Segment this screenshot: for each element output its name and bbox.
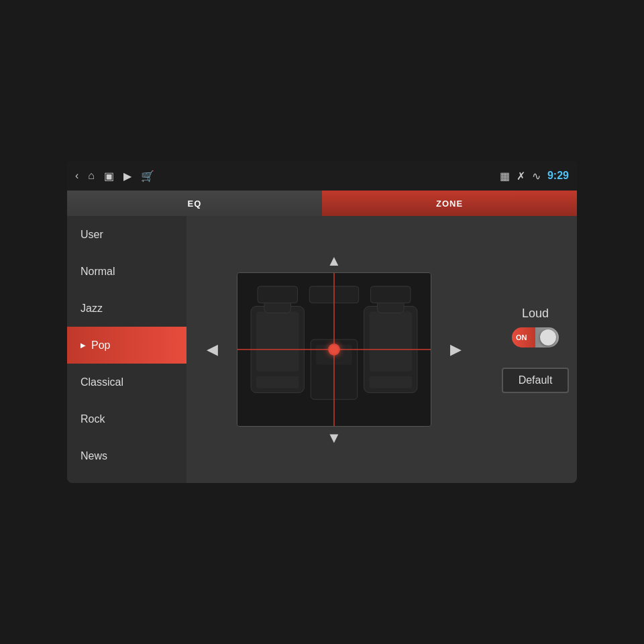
sidebar-item-jazz[interactable]: Jazz: [67, 290, 186, 327]
tab-bar: EQ ZONE: [67, 191, 577, 216]
loud-label: Loud: [522, 307, 549, 321]
home-icon[interactable]: ⌂: [88, 170, 95, 182]
status-bar: ‹ ⌂ ▣ ▶ 🛒 ▦ ✗ ∿ 9:29: [67, 161, 577, 191]
camera-icon[interactable]: ▶: [123, 170, 131, 182]
car-row: ◀: [193, 272, 475, 427]
toggle-thumb: [540, 329, 556, 345]
right-panel: Loud ON Default: [482, 216, 577, 483]
bluetooth-icon[interactable]: ✗: [517, 170, 525, 182]
status-bar-right: ▦ ✗ ∿ 9:29: [500, 170, 569, 182]
back-icon[interactable]: ‹: [75, 170, 78, 182]
arrow-up-button[interactable]: ▲: [313, 250, 355, 272]
default-button[interactable]: Default: [502, 368, 569, 393]
sidebar-item-rock[interactable]: Rock: [67, 400, 186, 437]
time-display: 9:29: [547, 170, 569, 182]
sidebar-item-normal[interactable]: Normal: [67, 253, 186, 290]
arrow-right-button[interactable]: ▶: [437, 338, 475, 361]
crosshair-dot: [328, 343, 340, 356]
status-bar-left: ‹ ⌂ ▣ ▶ 🛒: [75, 170, 154, 182]
device-frame: ‹ ⌂ ▣ ▶ 🛒 ▦ ✗ ∿ 9:29 EQ ZONE User No: [67, 161, 577, 483]
wifi-icon[interactable]: ∿: [532, 170, 541, 182]
sidebar-item-user[interactable]: User: [67, 216, 186, 253]
car-diagram[interactable]: [237, 272, 431, 427]
tab-zone[interactable]: ZONE: [322, 191, 577, 216]
arrow-left-button[interactable]: ◀: [193, 338, 231, 361]
car-interior: [237, 273, 431, 426]
toggle-track[interactable]: ON: [512, 327, 559, 347]
sidebar-item-pop[interactable]: ▶ Pop: [67, 327, 186, 364]
crosshair: [237, 273, 431, 426]
zone-content: wincairan.ir ▲ ◀: [186, 216, 482, 483]
toggle-on-label: ON: [516, 333, 527, 341]
tab-eq[interactable]: EQ: [67, 191, 322, 216]
arrow-down-button[interactable]: ▼: [313, 427, 355, 449]
main-content: User Normal Jazz ▶ Pop Classical Rock Ne…: [67, 216, 577, 483]
sidebar: User Normal Jazz ▶ Pop Classical Rock Ne…: [67, 216, 186, 483]
cast-icon[interactable]: ▦: [500, 170, 510, 182]
sidebar-item-news[interactable]: News: [67, 437, 186, 474]
sidebar-item-classical[interactable]: Classical: [67, 364, 186, 400]
play-icon: ▶: [80, 341, 86, 349]
bag-icon[interactable]: 🛒: [141, 170, 154, 182]
windows-icon[interactable]: ▣: [104, 170, 114, 182]
loud-section: Loud ON: [512, 307, 559, 347]
loud-toggle[interactable]: ON: [512, 327, 559, 347]
car-diagram-wrapper: ▲ ◀: [193, 250, 475, 449]
